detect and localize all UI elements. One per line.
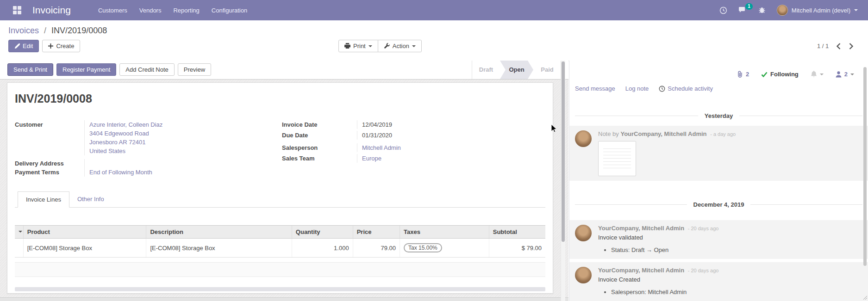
notification-bell-button[interactable]: [811, 71, 824, 78]
tab-invoice-lines[interactable]: Invoice Lines: [18, 191, 69, 208]
salesperson-value[interactable]: Mitchell Admin: [362, 144, 401, 151]
app-brand[interactable]: Invoicing: [32, 5, 71, 16]
invoice-number-title: INV/2019/0008: [15, 92, 545, 105]
bug-icon[interactable]: [758, 6, 766, 14]
send-and-print-button[interactable]: Send & Print: [7, 63, 53, 76]
register-payment-button[interactable]: Register Payment: [56, 63, 116, 76]
check-icon: [761, 72, 768, 77]
resize-grip-icon: [862, 295, 868, 300]
form-view: INV/2019/0008 Customer Azure Interior, C…: [0, 80, 568, 301]
print-action-group: Print Action: [338, 40, 422, 52]
column-header-product[interactable]: Product: [23, 226, 146, 239]
message-body: Invoice validated: [598, 234, 862, 241]
column-header-quantity[interactable]: Quantity: [292, 226, 353, 239]
breadcrumb: Invoices / INV/2019/0008: [8, 26, 107, 36]
delivery-address-label: Delivery Address: [15, 159, 84, 168]
sort-column-header[interactable]: [15, 226, 23, 239]
due-date-label: Due Date: [282, 131, 357, 140]
notebook-tabs: Invoice Lines Other Info: [15, 191, 545, 208]
column-header-price[interactable]: Price: [353, 226, 400, 239]
chat-bubble-icon[interactable]: 1: [738, 6, 747, 14]
pager-value: 1 / 1: [817, 43, 829, 49]
cursor-icon: [551, 124, 557, 133]
breadcrumb-invoices[interactable]: Invoices: [8, 26, 39, 35]
user-menu[interactable]: Mitchell Admin (devel): [777, 5, 858, 16]
cell-price: 79.00: [353, 239, 400, 258]
table-row[interactable]: [E-COM08] Storage Box [E-COM08] Storage …: [15, 239, 545, 258]
horizontal-scrollbar[interactable]: [15, 287, 545, 291]
breadcrumb-current: INV/2019/0008: [51, 26, 107, 35]
control-panel: Invoices / INV/2019/0008 Edit Create Pri…: [0, 20, 868, 61]
message-header: Note by YourCompany, Mitchell Admin - a …: [598, 130, 862, 137]
nav-item-vendors[interactable]: Vendors: [133, 7, 168, 14]
sales-team-value[interactable]: Europe: [362, 155, 381, 162]
author-name[interactable]: YourCompany, Mitchell Admin: [598, 267, 684, 274]
clock-icon[interactable]: [719, 6, 727, 14]
attachments-button[interactable]: 2: [737, 71, 749, 78]
customer-label: Customer: [15, 120, 84, 155]
tracking-change: Status: Draft → Open: [611, 246, 862, 253]
tab-other-info[interactable]: Other Info: [69, 191, 112, 207]
column-header-subtotal[interactable]: Subtotal: [489, 226, 545, 239]
create-button[interactable]: Create: [42, 40, 80, 52]
message-timestamp: - a day ago: [710, 131, 736, 137]
chatter-message: YourCompany, Mitchell Admin - 20 days ag…: [569, 262, 868, 301]
following-button[interactable]: Following: [761, 71, 799, 78]
attachment-thumbnail[interactable]: [598, 141, 636, 176]
chatter-scrollbar-thumb[interactable]: [863, 67, 867, 266]
nav-item-configuration[interactable]: Configuration: [206, 7, 253, 14]
empty-table-stripe: [15, 262, 545, 277]
user-avatar: [777, 5, 788, 16]
message-count-badge: 1: [745, 3, 753, 10]
caret-down-icon: [854, 9, 858, 13]
pager: 1 / 1: [817, 43, 854, 49]
chatter-note-message: Note by YourCompany, Mitchell Admin - a …: [569, 126, 868, 181]
caret-down-icon: [368, 45, 372, 49]
bell-icon: [811, 71, 817, 78]
message-body: Invoice Created: [598, 276, 862, 283]
log-note-button[interactable]: Log note: [625, 85, 649, 92]
status-open[interactable]: Open: [500, 61, 533, 79]
chevron-left-icon[interactable]: [836, 43, 841, 49]
nav-item-reporting[interactable]: Reporting: [167, 7, 205, 14]
date-separator: December 4, 2019: [575, 201, 862, 208]
author-name[interactable]: YourCompany, Mitchell Admin: [598, 225, 684, 232]
chatter-topbar: 2 Following 2: [569, 61, 868, 78]
status-paid[interactable]: Paid: [533, 61, 561, 79]
wrench-icon: [384, 43, 390, 49]
status-draft[interactable]: Draft: [472, 61, 500, 79]
payment-terms-label: Payment Terms: [15, 168, 84, 177]
author-avatar: [575, 225, 592, 241]
cell-quantity: 1.000: [292, 239, 353, 258]
form-scrollbar-thumb[interactable]: [562, 61, 565, 242]
chevron-right-icon[interactable]: [849, 43, 854, 49]
person-icon: [836, 71, 842, 78]
chatter-message: YourCompany, Mitchell Admin - 20 days ag…: [569, 220, 868, 259]
action-button[interactable]: Action: [378, 40, 422, 52]
form-scrollbar[interactable]: [561, 61, 565, 301]
paperclip-icon: [737, 71, 743, 78]
attachment-count: 2: [746, 71, 749, 78]
schedule-activity-button[interactable]: Schedule activity: [659, 85, 713, 92]
navbar-systray: 1 Mitchell Admin (devel): [719, 5, 858, 16]
add-credit-note-button[interactable]: Add Credit Note: [119, 63, 175, 76]
column-header-description[interactable]: Description: [146, 226, 292, 239]
chatter-panel: 2 Following 2 Send message Log note Sche…: [569, 61, 868, 301]
nav-menu: Customers Vendors Reporting Configuratio…: [92, 7, 253, 14]
followers-button[interactable]: 2: [836, 71, 854, 78]
author-name[interactable]: YourCompany, Mitchell Admin: [620, 130, 706, 137]
payment-terms-value[interactable]: End of Following Month: [89, 169, 152, 176]
nav-item-customers[interactable]: Customers: [92, 7, 133, 14]
invoice-date-label: Invoice Date: [282, 120, 357, 129]
send-message-button[interactable]: Send message: [575, 85, 615, 92]
apps-grid-icon[interactable]: [13, 6, 21, 14]
preview-button[interactable]: Preview: [178, 63, 211, 76]
status-widget: Draft Open Paid: [472, 61, 561, 79]
print-button[interactable]: Print: [338, 40, 378, 52]
column-header-taxes[interactable]: Taxes: [400, 226, 489, 239]
message-timestamp: - 20 days ago: [688, 226, 719, 231]
printer-icon: [344, 43, 350, 49]
customer-link[interactable]: Azure Interior, Colleen Diaz: [89, 120, 274, 129]
edit-button[interactable]: Edit: [8, 40, 39, 52]
statusbar-buttons: Send & Print Register Payment Add Credit…: [7, 63, 211, 76]
